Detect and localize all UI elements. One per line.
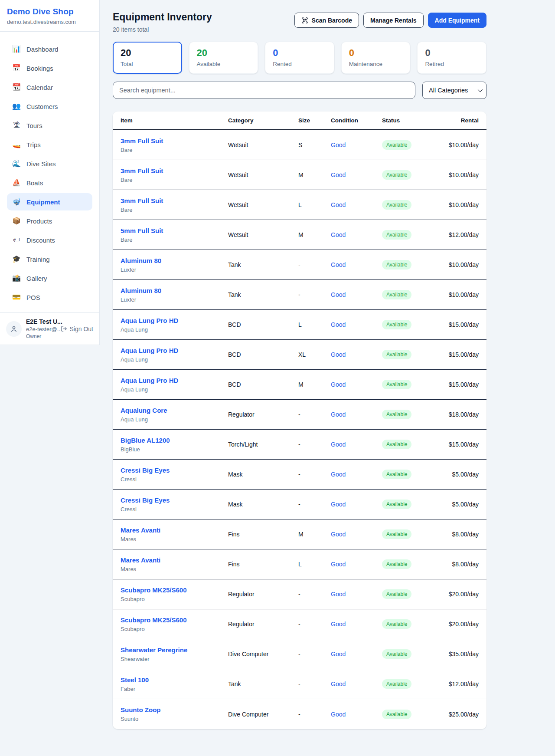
condition-link[interactable]: Good [331, 471, 346, 478]
rental-price: $20.00/day [433, 621, 479, 628]
manage-rentals-button[interactable]: Manage Rentals [363, 13, 424, 28]
stat-value: 0 [425, 48, 479, 58]
condition-link[interactable]: Good [331, 321, 346, 328]
category-cell: Regulator [228, 411, 298, 418]
item-brand: Aqua Lung [121, 386, 228, 393]
column-header-category: Category [228, 117, 298, 124]
sidebar-item[interactable]: 📅 Bookings [7, 59, 92, 77]
sidebar-item[interactable]: 💳 POS [7, 289, 92, 306]
stat-card[interactable]: 20 Total [113, 42, 182, 74]
item-name-link[interactable]: 3mm Full Suit [121, 167, 228, 174]
sidebar-item-icon: 📅 [12, 65, 21, 72]
barcode-scan-icon [301, 17, 308, 24]
condition-link[interactable]: Good [331, 501, 346, 508]
item-name-link[interactable]: Aqua Lung Pro HD [121, 377, 228, 384]
stat-card[interactable]: 0 Retired [417, 42, 486, 74]
status-badge: Available [382, 170, 411, 180]
item-name-link[interactable]: Aqua Lung Pro HD [121, 347, 228, 354]
brand-name[interactable]: Demo Dive Shop [7, 7, 92, 16]
item-name-link[interactable]: 3mm Full Suit [121, 137, 228, 145]
sidebar-item[interactable]: 🏷 Discounts [7, 231, 92, 249]
condition-link[interactable]: Good [331, 141, 346, 148]
item-name-link[interactable]: Cressi Big Eyes [121, 467, 228, 474]
item-name-link[interactable]: Aluminum 80 [121, 287, 228, 294]
item-name-link[interactable]: Aqualung Core [121, 407, 228, 414]
sidebar-item[interactable]: 📆 Calendar [7, 79, 92, 96]
item-brand: Luxfer [121, 296, 228, 303]
condition-link[interactable]: Good [331, 411, 346, 418]
status-badge: Available [382, 500, 411, 509]
page-title: Equipment Inventory [113, 11, 212, 23]
condition-link[interactable]: Good [331, 561, 346, 568]
condition-link[interactable]: Good [331, 381, 346, 388]
stat-label: Maintenance [349, 61, 403, 67]
condition-link[interactable]: Good [331, 651, 346, 657]
filters-row: All Categories [113, 82, 486, 99]
item-name-link[interactable]: Shearwater Peregrine [121, 646, 228, 654]
sidebar-item[interactable]: 👥 Customers [7, 98, 92, 115]
item-name-link[interactable]: Suunto Zoop [121, 706, 228, 713]
rental-price: $12.00/day [433, 680, 479, 687]
condition-link[interactable]: Good [331, 231, 346, 238]
sidebar-item-label: Bookings [26, 65, 53, 72]
condition-link[interactable]: Good [331, 680, 346, 687]
category-select[interactable]: All Categories [422, 82, 486, 99]
sidebar-item-icon: 💳 [12, 294, 21, 301]
stat-card[interactable]: 20 Available [189, 42, 258, 74]
item-name-link[interactable]: Steel 100 [121, 676, 228, 684]
condition-link[interactable]: Good [331, 261, 346, 268]
sidebar-item[interactable]: 🌊 Dive Sites [7, 155, 92, 172]
condition-link[interactable]: Good [331, 351, 346, 358]
status-badge: Available [382, 410, 411, 419]
sidebar-item[interactable]: 🤿 Equipment [7, 193, 92, 210]
stat-value: 0 [349, 48, 403, 58]
search-input[interactable] [113, 82, 415, 99]
item-name-link[interactable]: 3mm Full Suit [121, 197, 228, 204]
brand[interactable]: Demo Dive Shop demo.test.divestreams.com [0, 0, 99, 32]
item-name-link[interactable]: Mares Avanti [121, 556, 228, 564]
item-name-link[interactable]: Scubapro MK25/S600 [121, 616, 228, 624]
add-equipment-button[interactable]: Add Equipment [428, 13, 486, 28]
sidebar-item-icon: 🤿 [12, 198, 21, 205]
table-row: Aluminum 80 Luxfer Tank - Good Available… [113, 250, 486, 280]
size-cell: S [298, 141, 331, 148]
sign-out-button[interactable]: Sign Out [61, 325, 93, 332]
rental-price: $25.00/day [433, 711, 479, 718]
sidebar-item[interactable]: 📸 Gallery [7, 270, 92, 287]
condition-link[interactable]: Good [331, 441, 346, 448]
sidebar-item[interactable]: 🎓 Training [7, 250, 92, 268]
equipment-table: Item Category Size Condition Status Rent… [113, 112, 486, 729]
category-cell: Torch/Light [228, 441, 298, 448]
condition-link[interactable]: Good [331, 171, 346, 178]
item-name-link[interactable]: 5mm Full Suit [121, 227, 228, 234]
stat-card[interactable]: 0 Maintenance [341, 42, 411, 74]
condition-link[interactable]: Good [331, 291, 346, 298]
item-name-link[interactable]: Mares Avanti [121, 526, 228, 534]
item-brand: Mares [121, 566, 228, 572]
rental-price: $18.00/day [433, 411, 479, 418]
stat-card[interactable]: 0 Rented [265, 42, 334, 74]
scan-barcode-button[interactable]: Scan Barcode [294, 13, 359, 28]
sidebar-item[interactable]: 📦 Products [7, 212, 92, 230]
sidebar-item[interactable]: ⛵ Boats [7, 174, 92, 191]
item-name-link[interactable]: Aqua Lung Pro HD [121, 317, 228, 324]
condition-link[interactable]: Good [331, 591, 346, 598]
condition-link[interactable]: Good [331, 621, 346, 628]
sidebar-item[interactable]: 📊 Dashboard [7, 40, 92, 58]
rental-price: $15.00/day [433, 441, 479, 448]
condition-link[interactable]: Good [331, 531, 346, 538]
condition-link[interactable]: Good [331, 711, 346, 718]
size-cell: L [298, 321, 331, 328]
item-name-link[interactable]: Aluminum 80 [121, 257, 228, 264]
sidebar-item[interactable]: 🏝 Tours [7, 117, 92, 134]
item-name-link[interactable]: Scubapro MK25/S600 [121, 586, 228, 594]
condition-link[interactable]: Good [331, 201, 346, 208]
item-name-link[interactable]: Cressi Big Eyes [121, 496, 228, 504]
table-row: Mares Avanti Mares Fins M Good Available… [113, 519, 486, 549]
rental-price: $12.00/day [433, 231, 479, 238]
category-cell: BCD [228, 351, 298, 358]
item-brand: Scubapro [121, 626, 228, 632]
status-badge: Available [382, 260, 411, 270]
item-name-link[interactable]: BigBlue AL1200 [121, 437, 228, 444]
sidebar-item[interactable]: 🚤 Trips [7, 136, 92, 153]
